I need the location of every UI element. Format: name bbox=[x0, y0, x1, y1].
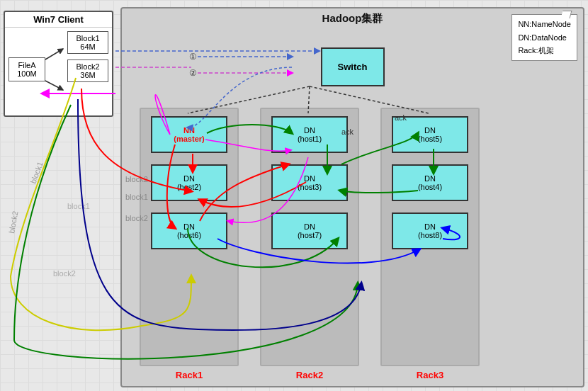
dn-host4-node: DN(host4) bbox=[392, 164, 468, 201]
rack3-label: Rack3 bbox=[382, 370, 478, 380]
ext-block2-label: block2 bbox=[7, 210, 19, 234]
svg-line-1 bbox=[45, 81, 63, 90]
win7-client-title: Win7 Client bbox=[5, 12, 112, 28]
block1-flow-label2: block1 bbox=[125, 193, 148, 201]
dn-host5-node: DN(host5) bbox=[392, 116, 468, 153]
block2-box: Block2 36M bbox=[67, 60, 108, 82]
win7-client-box: Win7 Client FileA 100M Block1 64M Block2 bbox=[4, 11, 113, 117]
block2-flow-label: block2 bbox=[125, 175, 148, 183]
rack1-label: Rack1 bbox=[141, 370, 237, 380]
block1-box: Block1 64M bbox=[67, 31, 108, 54]
dn-host7-node: DN(host7) bbox=[271, 212, 348, 249]
legend-dn: DN:DataNode bbox=[518, 31, 571, 45]
switch-node: Switch bbox=[321, 47, 385, 86]
hadoop-cluster: Hadoop集群 NN:NameNode DN:DataNode Rack:机架… bbox=[120, 7, 584, 387]
ext-block1-label2: block1 bbox=[67, 202, 90, 210]
blocks-container: Block1 64M Block2 36M bbox=[67, 31, 108, 82]
block2-flow-label2: block2 bbox=[125, 214, 148, 222]
dn-host6-node: DN(host6) bbox=[151, 212, 227, 249]
rack2: DN(host1) DN(host3) DN(host7) Rack2 bbox=[260, 108, 359, 366]
ext-block2-label2: block2 bbox=[53, 269, 76, 278]
dn-host2-node: DN(host2) bbox=[151, 164, 227, 201]
step1-label: ① bbox=[189, 52, 197, 62]
legend-rack: Rack:机架 bbox=[518, 44, 571, 57]
rack3: DN(host5) DN(host4) DN(host8) Rack3 bbox=[380, 108, 480, 366]
legend-box: NN:NameNode DN:DataNode Rack:机架 bbox=[511, 14, 577, 61]
ext-block1-label: block1 bbox=[29, 161, 45, 185]
nn-master-node: NN(master) bbox=[151, 116, 227, 153]
rack2-label: Rack2 bbox=[261, 370, 358, 380]
win7-client-content: FileA 100M Block1 64M Block2 36M bbox=[5, 28, 112, 111]
dn-host3-node: DN(host3) bbox=[271, 164, 348, 201]
step2-label: ② bbox=[189, 68, 197, 78]
legend-nn: NN:NameNode bbox=[518, 18, 571, 31]
svg-line-0 bbox=[45, 49, 63, 60]
dn-host1-node: DN(host1) bbox=[271, 116, 348, 153]
filea-box: FileA 100M bbox=[9, 57, 45, 81]
rack1: NN(master) DN(host2) DN(host6) Rack1 bbox=[140, 108, 239, 366]
dn-host8-node: DN(host8) bbox=[392, 212, 468, 249]
